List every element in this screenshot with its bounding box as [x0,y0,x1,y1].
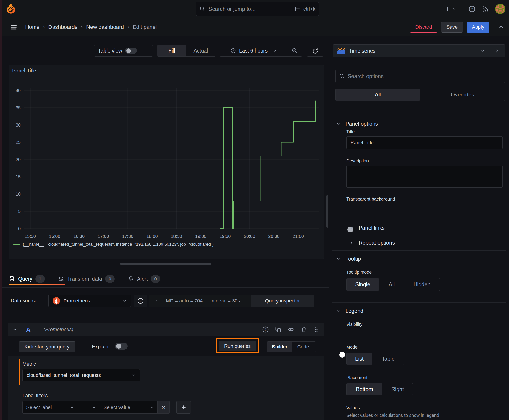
options-tab-overrides[interactable]: Overrides [420,89,505,100]
kick-start-query-button[interactable]: Kick start your query [19,341,75,352]
legend-placement-bottom[interactable]: Bottom [347,383,382,395]
datasource-help-icon[interactable]: ? [134,295,147,307]
time-range-picker[interactable]: Last 6 hours [220,45,287,56]
run-queries-button[interactable]: Run queries [219,341,256,351]
chevron-down-icon [122,299,127,303]
fill-option[interactable]: Fill [157,45,186,56]
toggle-viz-picker-icon[interactable] [489,45,505,57]
add-filter-button[interactable] [176,401,191,414]
legend-mode-switch: List Table [346,353,404,365]
tooltip-title: Tooltip [345,256,361,262]
refresh-dashboard-button[interactable] [307,45,323,57]
tooltip-mode-single[interactable]: Single [347,278,379,291]
svg-text:35: 35 [16,105,21,110]
chevron-down-icon [273,48,277,53]
query-inspector-button[interactable]: Query inspector [251,295,314,307]
legend-section-header[interactable]: Legend [336,308,363,314]
panel-options-section-header[interactable]: Panel options [336,121,378,127]
legend-mode-table[interactable]: Table [372,353,404,365]
clock-icon [230,48,236,54]
tab-alert-count: 0 [151,275,160,283]
breadcrumb-new-dashboard[interactable]: New dashboard [86,24,124,30]
metric-select[interactable]: cloudflared_tunnel_total_requests [23,369,140,381]
panel-description-textarea[interactable] [346,165,503,188]
tooltip-section-header[interactable]: Tooltip [336,256,361,262]
breadcrumb-home[interactable]: Home [25,24,39,30]
chevron-right-icon [349,240,354,245]
panel-links-section-header[interactable]: Panel links [349,225,385,231]
label-filter-row: Select label = Select value ✕ [23,401,191,414]
select-value-placeholder: Select value [103,405,147,410]
breadcrumb-dashboards[interactable]: Dashboards [48,24,77,30]
divider [332,302,506,303]
user-avatar[interactable] [495,4,505,14]
hide-query-eye-icon[interactable] [288,326,295,333]
query-help-icon[interactable]: ? [262,326,269,333]
tab-alert[interactable]: Alert 0 [128,275,160,283]
tab-query[interactable]: Query 1 [9,275,45,283]
divider [494,22,494,32]
svg-text:40: 40 [16,88,21,93]
panel-resize-handle[interactable] [120,263,211,265]
actual-option[interactable]: Actual [186,45,215,56]
duplicate-query-icon[interactable] [275,326,282,333]
select-value-dropdown[interactable]: Select value [100,401,158,414]
table-view-toggle[interactable] [125,48,137,54]
legend-placement-right[interactable]: Right [382,383,413,395]
datasource-picker[interactable]: Prometheus [48,295,131,307]
collapse-options-pane-icon[interactable] [498,24,504,30]
global-search-box[interactable]: ctrl+k [196,2,319,16]
discard-button[interactable]: Discard [410,22,437,32]
top-navigation-bar: ctrl+k ? [0,0,509,18]
help-icon[interactable]: ? [468,5,476,13]
svg-text:20:30: 20:30 [268,234,279,239]
apply-button[interactable]: Apply [467,22,489,32]
time-series-icon [337,48,345,54]
chevron-right-icon[interactable] [154,299,158,303]
transform-icon [58,276,64,282]
save-button[interactable]: Save [441,22,463,32]
select-label-placeholder: Select label [26,405,67,410]
builder-option[interactable]: Builder [267,342,292,352]
scrollbar-thumb[interactable] [326,195,328,228]
code-option[interactable]: Code [292,342,314,352]
remove-filter-button[interactable]: ✕ [158,401,170,414]
menu-icon[interactable] [10,23,17,31]
options-search-box[interactable] [335,70,505,83]
bell-icon [128,276,134,282]
tooltip-mode-all[interactable]: All [379,278,404,291]
chevron-down-icon [150,405,154,409]
visualization-select[interactable]: Time series [333,45,489,57]
time-series-chart[interactable]: 051015202530354015:3016:0016:3017:0017:3… [9,65,324,259]
legend-series-label[interactable]: {__name__="cloudflared_tunnel_total_requ… [23,242,214,247]
search-shortcut: ctrl+k [304,6,315,12]
zoom-out-time-icon[interactable] [288,45,302,56]
explain-toggle[interactable] [115,343,128,350]
repeat-options-section-header[interactable]: Repeat options [349,240,395,246]
svg-text:18:00: 18:00 [146,234,158,239]
delete-query-trash-icon[interactable] [301,326,307,333]
time-range-group: Last 6 hours [220,45,302,57]
tooltip-mode-hidden[interactable]: Hidden [404,278,440,291]
select-label-dropdown[interactable]: Select label [23,401,78,414]
tab-transform-data[interactable]: Transform data 0 [58,275,115,283]
search-input[interactable] [208,6,295,12]
operator-dropdown[interactable]: = [78,401,100,414]
chevron-down-icon [12,327,17,332]
options-search-input[interactable] [348,73,501,79]
chevron-down-icon [336,122,341,126]
legend-mode-list[interactable]: List [347,353,372,365]
svg-text:20: 20 [16,157,21,162]
add-new-button[interactable] [444,6,456,12]
metric-label: Metric [23,361,36,367]
news-rss-icon[interactable] [482,5,489,13]
query-row-header[interactable]: A (Prometheus) ? [8,323,324,336]
grafana-logo[interactable] [5,3,17,15]
resize-grip-icon[interactable] [498,183,501,186]
svg-text:10: 10 [16,192,21,196]
panel-title-input[interactable] [346,136,503,149]
drag-grip-icon[interactable] [313,326,319,333]
options-tab-all[interactable]: All [335,89,420,100]
svg-text:17:00: 17:00 [98,234,109,239]
svg-text:5: 5 [18,209,21,214]
